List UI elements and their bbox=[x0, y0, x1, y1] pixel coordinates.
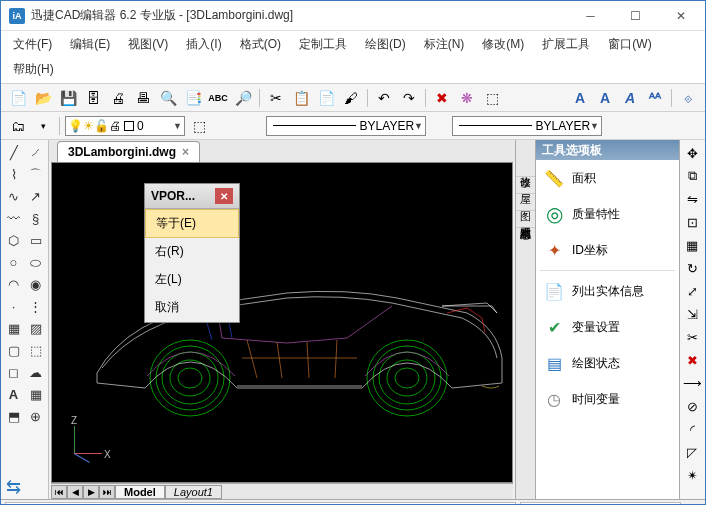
redo-icon[interactable]: ↷ bbox=[398, 87, 420, 109]
boundary-icon[interactable]: ⬚ bbox=[25, 340, 46, 361]
popup-item-cancel[interactable]: 取消 bbox=[145, 294, 239, 322]
line-icon[interactable]: ╱ bbox=[3, 142, 24, 163]
new-icon[interactable]: 📄 bbox=[7, 87, 29, 109]
popup-title[interactable]: VPOR... ✕ bbox=[145, 184, 239, 209]
polygon-icon[interactable]: ⬡ bbox=[3, 230, 24, 251]
undo-icon[interactable]: ↶ bbox=[373, 87, 395, 109]
document-tab[interactable]: 3DLamborgini.dwg × bbox=[57, 141, 200, 162]
point-icon[interactable]: · bbox=[3, 296, 24, 317]
text-a2-icon[interactable]: A bbox=[594, 87, 616, 109]
extend-icon[interactable]: ⟶ bbox=[682, 373, 702, 393]
palette-item-time[interactable]: ◷时间变量 bbox=[536, 381, 679, 417]
menu-file[interactable]: 文件(F) bbox=[5, 33, 60, 56]
side-tab-draw[interactable]: 图 bbox=[516, 194, 535, 211]
menu-insert[interactable]: 插入(I) bbox=[178, 33, 229, 56]
popup-item-right[interactable]: 右(R) bbox=[145, 238, 239, 266]
menu-help[interactable]: 帮助(H) bbox=[5, 58, 62, 81]
xline-icon[interactable]: ⟋ bbox=[25, 142, 46, 163]
find-icon[interactable]: 🔎 bbox=[232, 87, 254, 109]
text-icon[interactable]: A bbox=[3, 384, 24, 405]
lineweight-combo[interactable]: BYLAYER ▼ bbox=[452, 116, 602, 136]
rotate-icon[interactable]: ↻ bbox=[682, 258, 702, 278]
palette-item-area[interactable]: 📏面积 bbox=[536, 160, 679, 196]
command-line[interactable]: 4个视口: 右边(R)/左边(L)/<等于(E)>: bbox=[5, 502, 516, 506]
rectangle-icon[interactable]: ▭ bbox=[25, 230, 46, 251]
print-icon[interactable]: 🖨 bbox=[107, 87, 129, 109]
tab-prev-icon[interactable]: ◀ bbox=[67, 485, 83, 499]
offset-icon[interactable]: ⊡ bbox=[682, 212, 702, 232]
ellipse-icon[interactable]: ⬭ bbox=[25, 252, 46, 273]
move-icon[interactable]: ✥ bbox=[682, 143, 702, 163]
erase-icon[interactable]: ✖ bbox=[682, 350, 702, 370]
stretch-icon[interactable]: ⇲ bbox=[682, 304, 702, 324]
menu-window[interactable]: 窗口(W) bbox=[600, 33, 659, 56]
explode2-icon[interactable]: ✴ bbox=[682, 465, 702, 485]
copy2-icon[interactable]: ⧉ bbox=[682, 166, 702, 186]
menu-draw[interactable]: 绘图(D) bbox=[357, 33, 414, 56]
gradient-icon[interactable]: ▨ bbox=[25, 318, 46, 339]
block-icon[interactable]: ⬒ bbox=[3, 406, 24, 427]
side-tab-modify[interactable]: 修改 bbox=[516, 160, 535, 177]
popup-item-left[interactable]: 左(L) bbox=[145, 266, 239, 294]
open-icon[interactable]: 📂 bbox=[32, 87, 54, 109]
tab-next-icon[interactable]: ▶ bbox=[83, 485, 99, 499]
array-icon[interactable]: ▦ bbox=[682, 235, 702, 255]
maximize-button[interactable]: ☐ bbox=[613, 2, 658, 30]
circle-icon[interactable]: ○ bbox=[3, 252, 24, 273]
polyline-icon[interactable]: ⌇ bbox=[3, 164, 24, 185]
scale-icon[interactable]: ⤢ bbox=[682, 281, 702, 301]
popup-close-icon[interactable]: ✕ bbox=[215, 188, 233, 204]
model-tab[interactable]: Model bbox=[115, 485, 165, 499]
minimize-button[interactable]: ─ bbox=[568, 2, 613, 30]
close-button[interactable]: ✕ bbox=[658, 2, 703, 30]
palette-item-status[interactable]: ▤绘图状态 bbox=[536, 345, 679, 381]
side-tab-house[interactable]: 屋 bbox=[516, 177, 535, 194]
freehand-icon[interactable]: 〰 bbox=[3, 208, 24, 229]
menu-modify[interactable]: 修改(M) bbox=[474, 33, 532, 56]
palette-item-id[interactable]: ✦ID坐标 bbox=[536, 232, 679, 268]
cut-icon[interactable]: ✂ bbox=[265, 87, 287, 109]
table-icon[interactable]: ▦ bbox=[25, 384, 46, 405]
side-tab-3dorbit[interactable]: 三维动态观察 bbox=[516, 211, 535, 228]
explode-icon[interactable]: ❋ bbox=[456, 87, 478, 109]
close-tab-icon[interactable]: × bbox=[182, 145, 189, 159]
save-icon[interactable]: 💾 bbox=[57, 87, 79, 109]
text-a4-icon[interactable]: ᴬᴬ bbox=[644, 87, 666, 109]
helix-icon[interactable]: § bbox=[25, 208, 46, 229]
layer-combo[interactable]: 💡☀🔓🖨 0 ▼ bbox=[65, 116, 185, 136]
palette-item-list[interactable]: 📄列出实体信息 bbox=[536, 273, 679, 309]
insert-icon[interactable]: ⊕ bbox=[25, 406, 46, 427]
fillet-icon[interactable]: ◜ bbox=[682, 419, 702, 439]
paste-icon[interactable]: 📄 bbox=[315, 87, 337, 109]
arc-icon[interactable]: ⌒ bbox=[25, 164, 46, 185]
divide-icon[interactable]: ⋮ bbox=[25, 296, 46, 317]
layout-tab[interactable]: Layout1 bbox=[165, 485, 222, 499]
group-icon[interactable]: ⬚ bbox=[481, 87, 503, 109]
layer-drop-icon[interactable]: ▾ bbox=[32, 115, 54, 137]
tab-last-icon[interactable]: ⏭ bbox=[99, 485, 115, 499]
preview-icon[interactable]: 🔍 bbox=[157, 87, 179, 109]
arc2-icon[interactable]: ◠ bbox=[3, 274, 24, 295]
region-icon[interactable]: ▢ bbox=[3, 340, 24, 361]
palette-item-sysvar[interactable]: ✔变量设置 bbox=[536, 309, 679, 345]
plot-icon[interactable]: 🖶 bbox=[132, 87, 154, 109]
hatch-icon[interactable]: ▦ bbox=[3, 318, 24, 339]
menu-custom-tools[interactable]: 定制工具 bbox=[291, 33, 355, 56]
ray-icon[interactable]: ↗ bbox=[25, 186, 46, 207]
trim-icon[interactable]: ✂ bbox=[682, 327, 702, 347]
layer-manager-icon[interactable]: 🗂 bbox=[7, 115, 29, 137]
chamfer-icon[interactable]: ◸ bbox=[682, 442, 702, 462]
swap-icon[interactable]: ⇆ bbox=[3, 476, 24, 497]
publish-icon[interactable]: 📑 bbox=[182, 87, 204, 109]
mirror-icon[interactable]: ⇋ bbox=[682, 189, 702, 209]
menu-edit[interactable]: 编辑(E) bbox=[62, 33, 118, 56]
copy-icon[interactable]: 📋 bbox=[290, 87, 312, 109]
menu-dimension[interactable]: 标注(N) bbox=[416, 33, 473, 56]
text-a3-icon[interactable]: A bbox=[619, 87, 641, 109]
saveall-icon[interactable]: 🗄 bbox=[82, 87, 104, 109]
drawing-canvas[interactable]: Z X VPOR... ✕ 等于(E) 右(R) 左(L) 取消 bbox=[51, 162, 513, 483]
spell-icon[interactable]: ABC bbox=[207, 87, 229, 109]
text-a1-icon[interactable]: A bbox=[569, 87, 591, 109]
menu-view[interactable]: 视图(V) bbox=[120, 33, 176, 56]
revcloud-icon[interactable]: ☁ bbox=[25, 362, 46, 383]
